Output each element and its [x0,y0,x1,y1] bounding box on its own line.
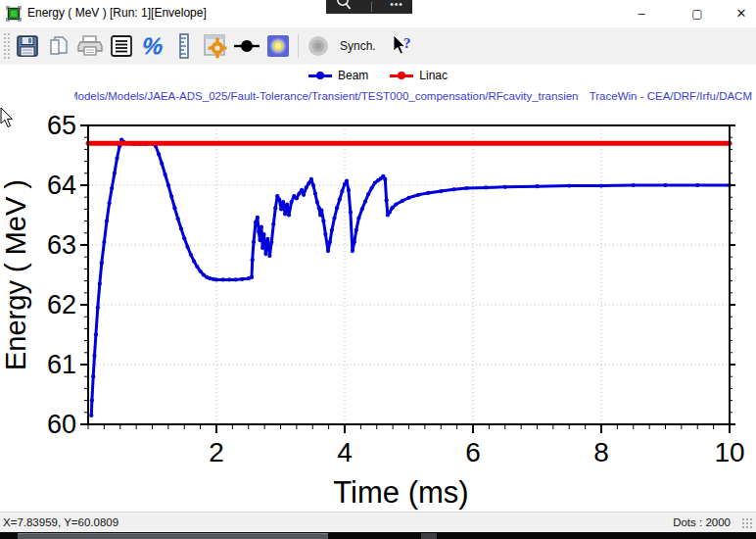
toolbar-separator [298,34,299,58]
chart-legend: Beam Linac [0,65,756,86]
toolbar: % [0,27,756,65]
svg-text:60: 60 [47,410,76,439]
taskbar-segment [18,533,328,539]
svg-text:61: 61 [47,350,76,379]
percent-icon: % [141,32,164,60]
more-options-icon[interactable]: ••• [390,2,403,8]
help-cursor-icon: ? [390,34,413,58]
svg-text:64: 64 [47,171,76,200]
legend-item-linac: Linac [390,69,448,82]
context-help-button[interactable]: ? [387,31,416,61]
toolbar-drag-handle[interactable] [2,31,12,61]
svg-text:8: 8 [593,437,609,467]
copy-icon [47,34,71,58]
chart-canvas[interactable]: 606162636465246810Time (ms)Energy ( MeV … [0,108,756,512]
beam-node-button[interactable] [232,31,261,61]
taskbar-segment [421,533,437,539]
print-button[interactable] [75,31,105,61]
chart[interactable]: 606162636465246810Time (ms)Energy ( MeV … [0,108,756,512]
overlay-divider [371,2,372,12]
chart-settings-button[interactable] [201,31,230,61]
svg-text:2: 2 [209,437,224,467]
beam-node-icon [233,36,260,56]
project-file-path: Models/Models/JAEA-ADS_025/Fault-Toleran… [74,90,579,102]
svg-text:63: 63 [47,230,76,260]
document-list-button[interactable] [107,31,136,61]
legend-label-linac: Linac [419,69,448,82]
svg-text:Time (ms): Time (ms) [333,475,468,510]
linac-line-swatch [390,74,413,77]
mouse-cursor-icon [0,108,14,128]
svg-text:4: 4 [337,437,353,467]
svg-text:62: 62 [47,290,76,319]
beam-line-swatch [308,74,332,77]
overlay-toolbar: ••• [326,0,412,14]
window-resize-grip[interactable] [741,517,754,530]
synch-label: Synch. [340,39,376,53]
search-icon[interactable] [335,0,353,14]
save-icon [16,34,39,58]
statusbar: X=7.83959, Y=60.0809 Dots : 2000 [0,512,756,532]
document-list-icon [110,34,133,58]
app-credit-label: TraceWin - CEA/DRF/Irfu/DACM [590,90,752,102]
svg-text:?: ? [403,35,411,51]
glow-element-icon [266,34,290,58]
app-icon [6,6,22,22]
save-button[interactable] [13,31,42,61]
window-title: Energy ( MeV ) [Run: 1][Envelope] [27,6,207,20]
taskbar-sliver [0,532,756,539]
ruler-button[interactable] [169,31,199,61]
svg-text:Energy ( MeV ): Energy ( MeV ) [0,179,31,370]
ruler-icon [176,33,192,59]
print-icon [77,34,103,58]
circle-element-icon [307,34,330,58]
svg-text:65: 65 [47,111,76,140]
legend-label-beam: Beam [338,69,368,82]
minimize-button[interactable]: – [620,0,663,27]
close-button[interactable]: ✕ [720,0,756,27]
svg-text:10: 10 [714,437,744,467]
status-cursor-position: X=7.83959, Y=60.0809 [3,516,118,528]
maximize-button[interactable]: ▢ [676,0,719,27]
glow-element-button[interactable] [263,31,293,61]
status-dots-count: Dots : 2000 [673,516,731,528]
copy-button[interactable] [44,31,73,61]
circle-element-button[interactable] [304,31,333,61]
gear-icon [203,33,228,59]
legend-item-beam: Beam [308,69,368,82]
percent-button[interactable]: % [138,31,167,61]
svg-text:6: 6 [465,437,481,467]
header-line: Models/Models/JAEA-ADS_025/Fault-Toleran… [0,88,756,106]
